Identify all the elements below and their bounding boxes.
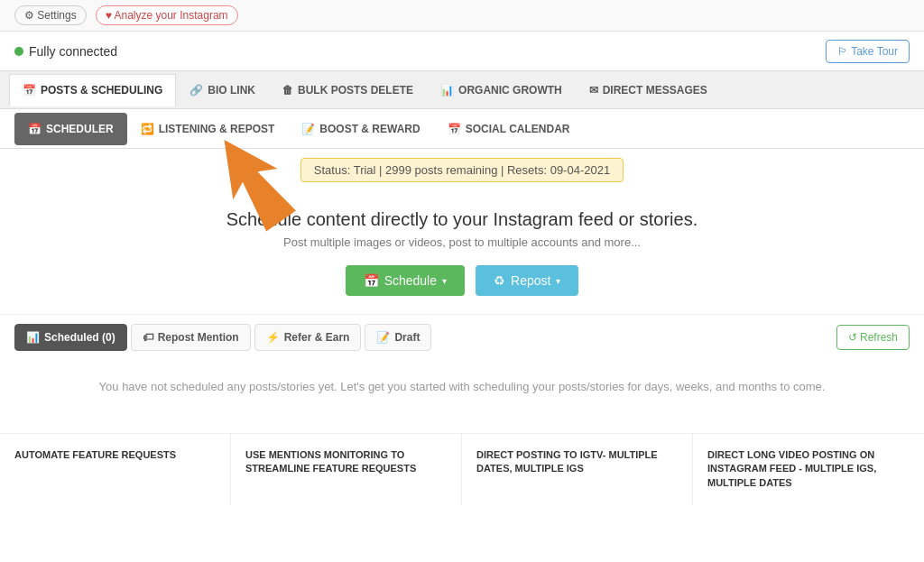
tab-organic-growth[interactable]: 📊 ORGANIC GROWTH (427, 74, 576, 106)
calendar-icon: 📅 (448, 123, 461, 135)
bottom-tabs-left: 📊 Scheduled (0) 🏷 Repost Mention ⚡ Refer… (14, 324, 431, 351)
tab-posts-scheduling[interactable]: 📅 POSTS & SCHEDULING (9, 74, 176, 106)
hero-subtext: Post multiple images or videos, post to … (18, 235, 906, 249)
boost-icon: 📝 (301, 123, 315, 135)
schedule-button[interactable]: 📅 Schedule (346, 265, 465, 296)
schedule-icon: 📅 (364, 273, 379, 288)
bulk-icon: 🗑 (282, 84, 293, 97)
refer-icon: ⚡ (266, 331, 280, 344)
direct-icon: ✉ (589, 84, 598, 97)
tab-direct-messages[interactable]: ✉ DIRECT MESSAGES (576, 74, 721, 106)
draft-icon: 📝 (376, 331, 390, 344)
feature-card-3: DIRECT LONG VIDEO POSTING ON INSTAGRAM F… (693, 434, 924, 504)
feature-cards: AUTOMATE FEATURE REQUESTS USE MENTIONS M… (0, 433, 924, 504)
tab-bio-link[interactable]: 🔗 BIO LINK (176, 74, 269, 106)
hero-section: Schedule content directly to your Instag… (0, 191, 924, 305)
repost-button[interactable]: ♻ Repost (476, 265, 578, 296)
subtab-listening[interactable]: 🔁 LISTENING & REPOST (127, 113, 289, 145)
take-tour-button[interactable]: 🏳 Take Tour (826, 40, 910, 63)
top-bar: Fully connected 🏳 Take Tour (0, 32, 924, 71)
refresh-button[interactable]: ↺ Refresh (836, 325, 910, 350)
subtab-boost[interactable]: 📝 BOOST & REWARD (288, 113, 433, 145)
hero-heading: Schedule content directly to your Instag… (18, 209, 906, 230)
tab-bulk-delete[interactable]: 🗑 Bulk Posts Delete (269, 74, 427, 106)
posts-icon: 📅 (23, 84, 36, 97)
status-bar: Status: Trial | 2999 posts remaining | R… (0, 149, 924, 191)
biolink-icon: 🔗 (189, 84, 203, 97)
bottom-tabs-row: 📊 Scheduled (0) 🏷 Repost Mention ⚡ Refer… (0, 314, 924, 351)
subtab-scheduler[interactable]: 📅 SCHEDULER (14, 113, 127, 145)
main-nav: 📅 POSTS & SCHEDULING 🔗 BIO LINK 🗑 Bulk P… (0, 71, 924, 109)
status-badge: Status: Trial | 2999 posts remaining | R… (300, 158, 624, 182)
page-wrapper: ⚙ Settings ♥ Analyze your Instagram Full… (0, 0, 924, 562)
subtab-calendar[interactable]: 📅 SOCIAL CALENDAR (434, 113, 584, 145)
connected-dot (14, 47, 23, 56)
tab-repost-mention[interactable]: 🏷 Repost Mention (131, 324, 251, 351)
tab-draft[interactable]: 📝 Draft (365, 324, 431, 351)
analyze-button[interactable]: ♥ Analyze your Instagram (96, 5, 238, 25)
tab-refer-earn[interactable]: ⚡ Refer & Earn (254, 324, 362, 351)
connection-status: Fully connected (14, 44, 117, 59)
scheduler-icon: 📅 (28, 123, 42, 135)
sub-nav: 📅 SCHEDULER 🔁 LISTENING & REPOST 📝 BOOST… (0, 109, 924, 149)
feature-card-0: AUTOMATE FEATURE REQUESTS (0, 434, 231, 504)
tab-scheduled[interactable]: 📊 Scheduled (0) (14, 324, 127, 351)
empty-state: You have not scheduled any posts/stories… (0, 351, 924, 424)
feature-card-2: DIRECT POSTING TO IGTV- MULTIPLE DATES, … (462, 434, 693, 504)
organic-icon: 📊 (440, 84, 454, 97)
top-controls-bar: ⚙ Settings ♥ Analyze your Instagram (0, 0, 924, 32)
content-area: 📅 SCHEDULER 🔁 LISTENING & REPOST 📝 BOOST… (0, 109, 924, 504)
scheduled-icon: 📊 (26, 331, 40, 344)
settings-button[interactable]: ⚙ Settings (14, 5, 87, 25)
hero-buttons: 📅 Schedule ♻ Repost (18, 265, 906, 296)
repost-icon: ♻ (494, 273, 505, 288)
feature-card-1: USE MENTIONS MONITORING TO STREAMLINE FE… (231, 434, 462, 504)
listening-icon: 🔁 (141, 123, 154, 135)
connected-label: Fully connected (29, 44, 117, 59)
repost-mention-icon: 🏷 (143, 331, 153, 344)
